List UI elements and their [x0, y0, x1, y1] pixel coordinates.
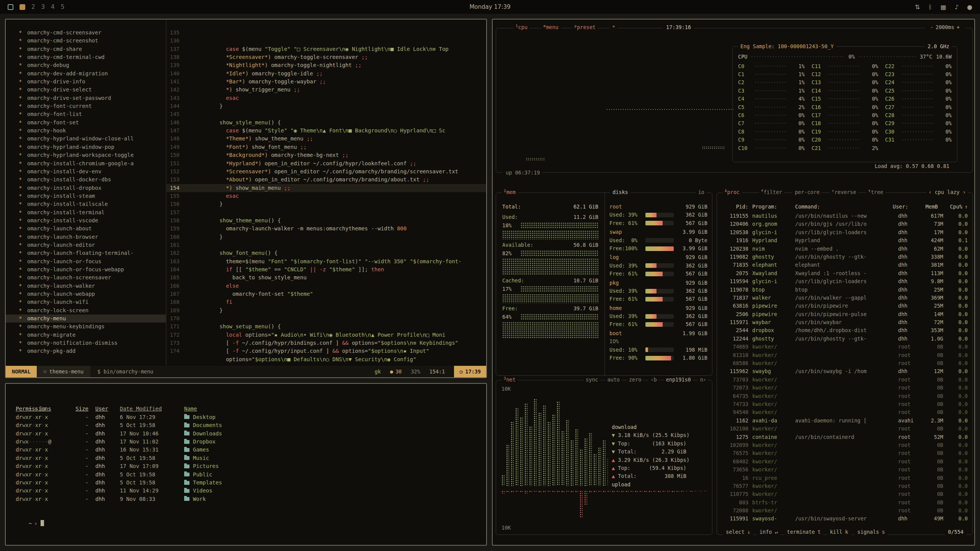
proc-action-button[interactable]: terminatet	[784, 529, 823, 535]
display-icon[interactable]: ▦	[941, 3, 946, 11]
iface-next-button[interactable]: n›	[698, 377, 708, 383]
file-item[interactable]: * omarchy-install-docker-dbs	[6, 176, 166, 184]
file-item[interactable]: * omarchy-launch-floating-terminal-	[6, 249, 166, 257]
power-icon[interactable]: ●	[967, 3, 972, 11]
file-item[interactable]: * omarchy-cmd-terminal-cwd	[6, 53, 166, 61]
io-toggle[interactable]: io	[696, 189, 707, 195]
process-row[interactable]: 102099 kworker/ root 0B 0.0	[722, 441, 968, 449]
process-row[interactable]: 72088 kworker/ root 0B 0.0	[722, 507, 968, 515]
process-row[interactable]: 73703 kworker/ root 0B 0.0	[722, 376, 968, 384]
file-item[interactable]: * omarchy-install-terminal	[6, 209, 166, 217]
file-item[interactable]: * omarchy-pkg-add	[6, 347, 166, 355]
file-item[interactable]: * omarchy-launch-walker	[6, 282, 166, 290]
audio-icon[interactable]: ♪	[955, 3, 959, 11]
process-row[interactable]: 68586 kworker/ root 0B 0.0	[722, 359, 968, 367]
file-item[interactable]: * omarchy-install-tailscale	[6, 200, 166, 208]
file-item[interactable]: * omarchy-launch-editor	[6, 241, 166, 249]
process-row[interactable]: 76575 kworker/ root 0B 0.0	[722, 449, 968, 457]
process-row[interactable]: 81310 kworker/ root 0B 0.0	[722, 351, 968, 359]
terminal-window[interactable]: ~›ls PermissionsSizeUserDate ModifiedNam…	[5, 383, 487, 546]
net-auto-button[interactable]: auto	[605, 377, 622, 383]
file-item[interactable]: * omarchy-launch-webapp	[6, 290, 166, 298]
file-item[interactable]: * omarchy-menu	[6, 315, 166, 323]
process-row[interactable]: 115971 waybar /usr/bin/waybar dhh 72M 0.…	[722, 318, 968, 326]
process-row[interactable]: 2506 pipewire /usr/bin/pipewire-pulse dh…	[722, 310, 968, 318]
proc-option-button[interactable]: ffilter	[759, 189, 784, 195]
sort-selector[interactable]: ‹ cpu lazy ›	[926, 189, 968, 195]
process-row[interactable]: 120238 nvim nvim --embed . dhh 62M 0.0	[722, 245, 968, 253]
btop-tab[interactable]: 1cpu	[513, 24, 530, 30]
proc-option-button[interactable]: ttree	[867, 189, 885, 195]
process-row[interactable]: 110775 kworker/ root 0B 0.0	[722, 490, 968, 498]
memory-box-title[interactable]: 2mem	[501, 189, 518, 195]
net-zero-button[interactable]: zero	[627, 377, 644, 383]
process-row[interactable]: 74733 kworker/ root 0B 0.0	[722, 400, 968, 408]
file-item[interactable]: * omarchy-launch-browser	[6, 233, 166, 241]
file-item[interactable]: * omarchy-hyprland-window-close-all	[6, 135, 166, 143]
process-row[interactable]: 71835 elephant elephant dhh 381M 0.0	[722, 261, 968, 269]
process-row[interactable]: 12244 ghostty /usr/bin/ghostty --gtk- dh…	[722, 335, 968, 343]
process-row[interactable]: 119082 ghostty /usr/bin/ghostty --gtk- d…	[722, 253, 968, 261]
workspace-1-indicator[interactable]	[20, 4, 25, 10]
workspace-number[interactable]: 4	[51, 3, 55, 10]
network-box-title[interactable]: 3net	[501, 377, 518, 383]
file-item[interactable]: * omarchy-install-steam	[6, 192, 166, 200]
process-row[interactable]: 115962 swaybg /usr/bin/swaybg -i /hom dh…	[722, 367, 968, 375]
btop-tab[interactable]: mmenu	[541, 24, 561, 30]
interval-increase-button[interactable]: +	[954, 24, 962, 30]
file-item[interactable]: * omarchy-cmd-screenshot	[6, 37, 166, 45]
process-row[interactable]: 803 btrfs-tr root 0B 0.0	[722, 499, 968, 507]
process-row[interactable]: 64735 kworker/ root 0B 0.0	[722, 392, 968, 400]
file-item[interactable]: * omarchy-dev-add-migration	[6, 70, 166, 78]
file-item[interactable]: * omarchy-hook	[6, 127, 166, 135]
process-row[interactable]: 120406 org.gnom /usr/bin/gjs /usr/lib/o …	[722, 220, 968, 228]
process-row[interactable]: 1916 Hyprland Hyprland dhh 424M 0.1	[722, 236, 968, 245]
proc-action-button[interactable]: info↵	[757, 529, 781, 535]
proc-option-button[interactable]: per-core	[792, 189, 822, 195]
file-item[interactable]: * omarchy-hyprland-window-pop	[6, 143, 166, 151]
btop-tab[interactable]: *	[609, 24, 617, 30]
file-item[interactable]: * omarchy-launch-screensaver	[6, 274, 166, 282]
process-row[interactable]: 102100 kworker/ root 0B 0.0	[722, 425, 968, 433]
file-item[interactable]: * omarchy-lock-screen	[6, 306, 166, 315]
process-row[interactable]: 2544 dropbox /home/dhh/.dropbox-dist dhh…	[722, 326, 968, 334]
network-traffic-icon[interactable]: ⇅	[915, 3, 920, 11]
process-row[interactable]: 2075 Xwayland Xwayland :1 -rootless - dh…	[722, 269, 968, 277]
file-item[interactable]: * omarchy-install-dropbox	[6, 184, 166, 192]
proc-action-button[interactable]: killk	[827, 529, 851, 535]
file-item[interactable]: * omarchy-font-list	[6, 110, 166, 118]
process-row[interactable]: 1162 avahi-da avahi-daemon: running [ av…	[722, 417, 968, 425]
process-row[interactable]: 1275 containe /usr/bin/containerd root 5…	[722, 433, 968, 441]
process-box-title[interactable]: 4proc	[722, 189, 742, 195]
file-item[interactable]: * omarchy-font-set	[6, 119, 166, 127]
file-item[interactable]: * omarchy-cmd-screensaver	[6, 29, 166, 37]
file-item[interactable]: * omarchy-launch-wifi	[6, 298, 166, 306]
process-row[interactable]: 16 rcu_pree root 0B 0.0	[722, 474, 968, 482]
interval-decrease-button[interactable]: -	[928, 24, 936, 30]
workspace-number[interactable]: 2	[31, 3, 35, 10]
prompt-line-2[interactable]: ~›	[16, 511, 476, 519]
net-sync-button[interactable]: sync	[584, 377, 600, 383]
process-row[interactable]: 63816 pipewire /usr/bin/pipewire dhh 25M…	[722, 302, 968, 310]
file-item[interactable]: * omarchy-font-current	[6, 102, 166, 110]
file-item[interactable]: * omarchy-drive-set-password	[6, 94, 166, 102]
process-row[interactable]: 68402 kworker/ root 0B 0.0	[722, 458, 968, 466]
process-row[interactable]: 115991 swayosd- /usr/bin/swayosd-server …	[722, 515, 968, 522]
file-item[interactable]: * omarchy-cmd-share	[6, 45, 166, 53]
file-item[interactable]: * omarchy-launch-or-focus	[6, 258, 166, 266]
file-item[interactable]: * omarchy-install-vscode	[6, 217, 166, 225]
process-row[interactable]: 94540 kworker/ root 0B 0.0	[722, 408, 968, 416]
code-editor[interactable]: 135 case $(menu "Toggle" "□ Screensaver\…	[167, 20, 486, 366]
file-item[interactable]: * omarchy-hyprland-workspace-toggle	[6, 151, 166, 159]
file-item[interactable]: * omarchy-launch-about	[6, 225, 166, 233]
proc-action-button[interactable]: select↓	[723, 529, 753, 535]
process-row[interactable]: 119594 glycin-i /usr/lib/glycin-loaders …	[722, 277, 968, 285]
bluetooth-icon[interactable]: ᛒ	[928, 3, 932, 11]
file-item[interactable]: * omarchy-drive-info	[6, 78, 166, 86]
btop-tab[interactable]: ppreset	[572, 24, 598, 30]
process-row[interactable]: 74869 kworker/ root 0B 0.0	[722, 343, 968, 351]
process-row[interactable]: 120538 glycin-i /usr/lib/glycin-loaders …	[722, 228, 968, 236]
process-row[interactable]: 73656 kworker/ root 0B 0.0	[722, 466, 968, 474]
file-item[interactable]: * omarchy-migrate	[6, 331, 166, 339]
iface-prev-button[interactable]: ‹b	[648, 377, 658, 383]
